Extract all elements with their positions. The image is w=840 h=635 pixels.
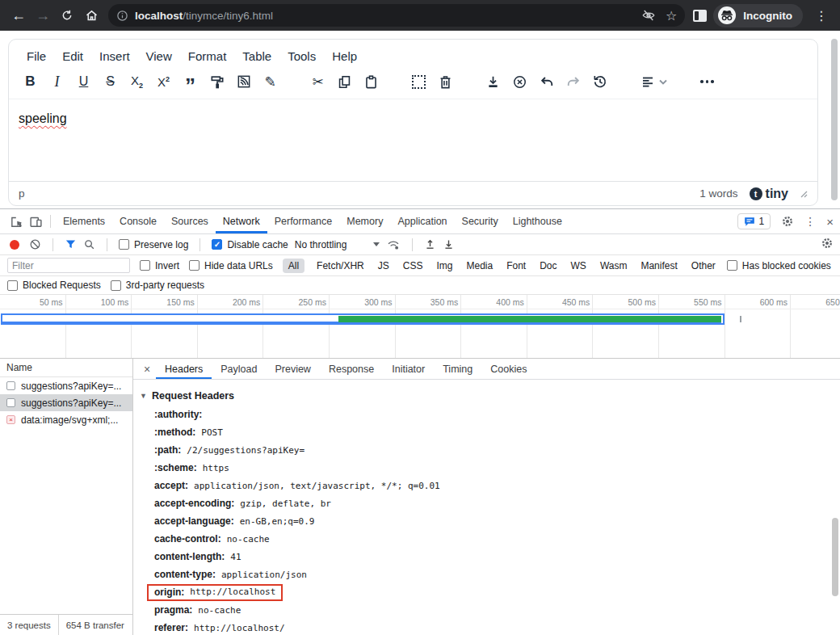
request-type-filter[interactable]: CSS [401,259,425,273]
more-toolbar-button[interactable] [694,69,720,94]
devtools-tab[interactable]: Performance [267,209,340,233]
third-party-requests-toggle[interactable]: 3rd-party requests [111,280,204,291]
word-count[interactable]: 1 words [699,187,737,200]
throttling-dropdown[interactable]: No throttling [295,239,380,250]
invert-toggle[interactable]: Invert [140,260,179,271]
align-button[interactable] [634,69,673,94]
network-conditions-icon[interactable] [386,238,401,250]
invert-checkbox[interactable] [140,260,150,271]
device-toolbar-button[interactable] [26,212,45,231]
import-har-icon[interactable] [424,238,436,250]
request-type-filter[interactable]: Img [435,259,454,273]
reload-button[interactable] [55,3,79,27]
request-type-filter[interactable]: Media [464,259,494,273]
address-bar[interactable]: localhost/tinymce/tiny6.html ☆ [108,4,685,27]
request-type-filter[interactable]: Wasm [598,259,629,273]
hide-data-urls-toggle[interactable]: Hide data URLs [189,260,273,271]
disable-cache-checkbox[interactable]: ✓ [212,239,222,250]
home-button[interactable] [79,3,103,27]
request-headers-section[interactable]: ▼ Request Headers [140,386,840,406]
blockquote-button[interactable]: ” [177,69,204,94]
blocked-requests-checkbox[interactable] [7,280,18,291]
issues-counter[interactable]: 1 [737,213,771,229]
devtools-tab[interactable]: Sources [164,209,216,233]
name-column-header[interactable]: Name [0,359,132,377]
eye-off-icon[interactable] [641,8,656,23]
undo-button[interactable] [533,69,560,94]
page-scrollbar[interactable] [829,32,840,207]
editor-menu-item[interactable]: Edit [54,45,91,67]
bookmark-star-icon[interactable]: ☆ [666,8,677,23]
page-scrollbar-thumb[interactable] [831,39,838,200]
details-tab[interactable]: Cookies [481,359,536,379]
request-type-filter[interactable]: Manifest [639,259,678,273]
editor-menu-item[interactable]: Insert [91,45,138,67]
subscript-button[interactable]: X2 [124,69,150,94]
underline-button[interactable]: U [70,69,97,94]
cancel-button[interactable] [506,69,533,94]
has-blocked-cookies-toggle[interactable]: Has blocked cookies [727,260,831,271]
request-type-filter[interactable]: Fetch/XHR [315,259,366,273]
details-tab[interactable]: Response [320,359,383,379]
details-tab[interactable]: Timing [434,359,481,379]
request-type-filter[interactable]: Doc [538,259,558,273]
resize-handle-icon[interactable] [800,190,808,198]
editor-menu-item[interactable]: Help [324,45,365,67]
select-all-button[interactable] [405,69,432,94]
request-type-filter[interactable]: Font [505,259,527,273]
superscript-button[interactable]: X2 [150,69,177,94]
misspelled-word[interactable]: speeling [19,111,67,125]
editor-menu-item[interactable]: File [19,45,54,67]
record-button[interactable] [10,240,19,250]
browser-menu-button[interactable]: ⋮ [809,3,834,27]
request-type-filter[interactable]: WS [569,259,588,273]
request-row[interactable]: × suggestions?apiKey=... [0,377,132,394]
redo-button[interactable] [560,69,586,94]
preserve-log-checkbox[interactable] [119,239,129,250]
network-settings-button[interactable] [821,237,834,252]
filter-input[interactable] [7,258,130,273]
devtools-tab[interactable]: Memory [339,209,390,233]
devtools-tab[interactable]: Application [390,209,454,233]
disable-cache-toggle[interactable]: ✓ Disable cache [212,239,288,250]
devtools-tab[interactable]: Lighthouse [506,209,569,233]
has-blocked-cookies-checkbox[interactable] [727,260,737,271]
export-har-icon[interactable] [443,238,455,250]
request-row[interactable]: × data:image/svg+xml;... [0,411,132,428]
details-tab[interactable]: Payload [212,359,266,379]
filter-funnel-icon[interactable] [65,238,77,250]
page-embed-button[interactable] [230,69,257,94]
preserve-log-toggle[interactable]: Preserve log [119,239,188,250]
details-scrollbar-thumb[interactable] [832,518,838,596]
cut-button[interactable]: ✂ [304,69,331,94]
editor-menu-item[interactable]: Tools [279,45,324,67]
export-button[interactable] [480,69,506,94]
search-icon[interactable] [83,238,95,250]
paste-button[interactable] [358,69,384,94]
editor-menu-item[interactable]: View [138,45,180,67]
devtools-tab[interactable]: Elements [56,209,112,233]
editor-content[interactable]: speeling [9,99,817,181]
clear-icon[interactable] [29,238,41,250]
copy-button[interactable] [331,69,358,94]
blocked-requests-toggle[interactable]: Blocked Requests [7,280,101,291]
details-close-icon[interactable]: × [138,363,156,376]
details-tab[interactable]: Preview [266,359,319,379]
timeline-selection-handle[interactable] [740,316,741,322]
details-tab[interactable]: Initiator [383,359,434,379]
request-row[interactable]: × suggestions?apiKey=... [0,394,132,411]
request-type-filter[interactable]: Other [690,259,717,273]
details-tab[interactable]: Headers [156,359,212,379]
editor-menu-item[interactable]: Table [234,45,279,67]
request-type-filter[interactable]: All [283,259,304,273]
side-panel-icon[interactable] [693,10,707,22]
devtools-tab[interactable]: Security [455,209,506,233]
tiny-branding[interactable]: t tiny [750,187,788,201]
settings-gear-icon[interactable] [781,215,794,228]
request-type-filter[interactable]: JS [376,259,391,273]
permanent-pen-button[interactable]: ✎ [257,69,284,94]
revision-history-button[interactable] [586,69,613,94]
hide-data-urls-checkbox[interactable] [189,260,200,271]
strikethrough-button[interactable]: S [97,69,124,94]
inspect-element-button[interactable] [6,212,26,231]
